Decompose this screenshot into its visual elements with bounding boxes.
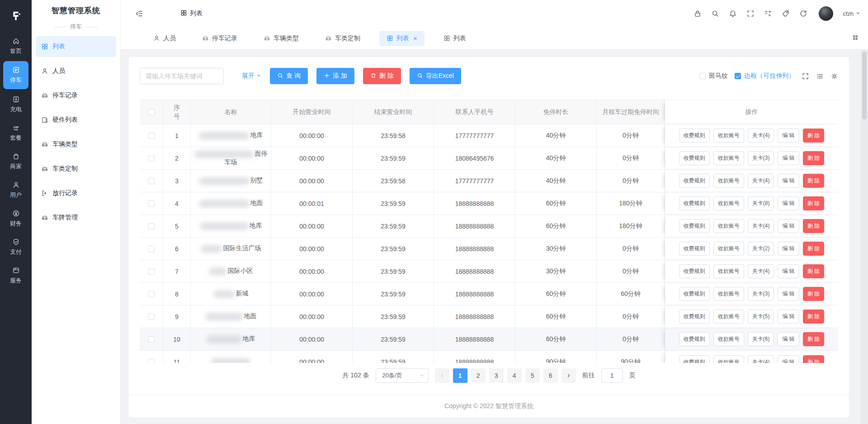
rail-item-财务[interactable]: 财务 (0, 204, 32, 233)
payment-account-button[interactable]: 收款账号 (713, 264, 744, 278)
payment-account-button[interactable]: 收款账号 (713, 242, 744, 256)
row-delete-button[interactable]: 删 除 (803, 151, 824, 165)
payment-account-button[interactable]: 收款账号 (713, 151, 744, 165)
row-delete-button[interactable]: 删 除 (803, 287, 824, 301)
gate-button[interactable]: 关卡(5) (748, 310, 774, 324)
payment-account-button[interactable]: 收款账号 (713, 355, 744, 363)
fee-rule-button[interactable]: 收费规则 (679, 332, 710, 346)
tab-列表-5[interactable]: 列表 (436, 31, 473, 46)
sidebar-item-放行记录[interactable]: 放行记录 (36, 183, 116, 204)
tab-options-icon[interactable] (852, 34, 859, 43)
gate-button[interactable]: 关卡(6) (748, 332, 774, 346)
page-button-4[interactable]: 4 (507, 368, 522, 383)
fee-rule-button[interactable]: 收费规则 (679, 242, 710, 256)
scrollbar-thumb[interactable] (862, 52, 867, 119)
sidebar-item-车类定制[interactable]: 车类定制 (36, 158, 116, 179)
row-delete-button[interactable]: 删 除 (803, 174, 824, 188)
tag-icon[interactable] (782, 10, 790, 18)
sidebar-item-车牌管理[interactable]: 车牌管理 (36, 207, 116, 228)
edit-button[interactable]: 编 辑 (778, 242, 799, 256)
gate-button[interactable]: 关卡(4) (748, 174, 774, 188)
add-button[interactable]: 添 加 (316, 68, 354, 84)
page-button-2[interactable]: 2 (471, 368, 486, 383)
sidebar-item-停车记录[interactable]: 停车记录 (36, 85, 116, 106)
fee-rule-button[interactable]: 收费规则 (679, 355, 710, 363)
row-delete-button[interactable]: 删 除 (803, 310, 824, 324)
sidebar-item-车辆类型[interactable]: 车辆类型 (36, 134, 116, 155)
fee-rule-button[interactable]: 收费规则 (679, 219, 710, 233)
row-checkbox[interactable] (148, 200, 155, 207)
row-checkbox[interactable] (148, 268, 155, 275)
table-fullscreen-icon[interactable] (802, 72, 809, 80)
gear-icon[interactable] (830, 72, 838, 80)
payment-account-button[interactable]: 收款账号 (713, 196, 744, 210)
close-icon[interactable]: × (413, 36, 417, 41)
lock-icon[interactable] (693, 10, 702, 18)
row-checkbox[interactable] (148, 336, 155, 343)
sidebar-item-列表[interactable]: 列表 (36, 36, 116, 57)
row-checkbox[interactable] (148, 314, 155, 320)
gate-button[interactable]: 关卡(4) (748, 219, 774, 233)
edit-button[interactable]: 编 辑 (778, 174, 799, 188)
edit-button[interactable]: 编 辑 (778, 219, 799, 233)
payment-account-button[interactable]: 收款账号 (713, 174, 744, 188)
export-excel-button[interactable]: 导出Excel (410, 68, 461, 84)
fee-rule-button[interactable]: 收费规则 (679, 310, 710, 324)
tab-停车记录-1[interactable]: 停车记录 (195, 31, 245, 46)
scrollbar[interactable] (861, 50, 868, 424)
prev-page-button[interactable] (435, 368, 449, 383)
search-icon[interactable] (711, 10, 719, 18)
sidebar-item-人员[interactable]: 人员 (36, 61, 116, 81)
collapse-sidebar-icon[interactable] (135, 10, 143, 18)
fee-rule-button[interactable]: 收费规则 (679, 174, 710, 188)
zebra-checkbox[interactable]: 斑马纹 (699, 72, 728, 80)
payment-account-button[interactable]: 收款账号 (713, 287, 744, 301)
bell-icon[interactable] (729, 10, 737, 18)
row-checkbox[interactable] (148, 178, 155, 184)
rail-item-用户[interactable]: 用户 (0, 176, 32, 204)
gate-button[interactable]: 关卡(2) (748, 242, 774, 256)
tab-列表-4[interactable]: 列表× (379, 31, 425, 46)
goto-page-input[interactable] (601, 368, 623, 383)
page-button-5[interactable]: 5 (525, 368, 540, 383)
row-checkbox[interactable] (148, 223, 155, 229)
tab-车类定制-3[interactable]: 车类定制 (318, 31, 368, 46)
rail-item-首页[interactable]: 首页 (0, 32, 32, 60)
edit-button[interactable]: 编 辑 (778, 196, 799, 210)
user-menu[interactable]: cfzh (843, 10, 861, 17)
gate-button[interactable]: 关卡(4) (748, 355, 774, 363)
rail-item-套餐[interactable]: VIP套餐 (0, 119, 32, 147)
fee-rule-button[interactable]: 收费规则 (679, 129, 710, 143)
gate-button[interactable]: 关卡(4) (748, 129, 774, 143)
rail-item-充电[interactable]: 充电 (0, 90, 32, 119)
fullscreen-icon[interactable] (746, 10, 755, 18)
fee-rule-button[interactable]: 收费规则 (679, 287, 710, 301)
edit-button[interactable]: 编 辑 (778, 310, 799, 324)
row-checkbox[interactable] (148, 291, 155, 297)
app-logo[interactable] (0, 0, 32, 32)
payment-account-button[interactable]: 收款账号 (713, 129, 744, 143)
row-delete-button[interactable]: 删 除 (803, 129, 824, 143)
rail-item-停车[interactable]: P停车 (0, 60, 32, 90)
border-checkbox[interactable]: 边框（可拉伸列） (735, 72, 795, 80)
refresh-icon[interactable] (799, 10, 807, 18)
gate-button[interactable]: 关卡(3) (748, 287, 774, 301)
row-delete-button[interactable]: 删 除 (803, 332, 824, 346)
tab-人员-0[interactable]: 人员 (146, 31, 183, 46)
tab-车辆类型-2[interactable]: 车辆类型 (256, 31, 306, 46)
page-button-3[interactable]: 3 (489, 368, 504, 383)
row-checkbox[interactable] (148, 246, 155, 252)
edit-button[interactable]: 编 辑 (778, 287, 799, 301)
row-delete-button[interactable]: 删 除 (803, 219, 824, 233)
select-all-checkbox[interactable] (148, 109, 155, 115)
row-delete-button[interactable]: 删 除 (803, 355, 824, 363)
next-page-button[interactable] (561, 368, 576, 383)
row-checkbox[interactable] (148, 359, 155, 363)
edit-button[interactable]: 编 辑 (778, 355, 799, 363)
translate-icon[interactable]: 文A (764, 10, 772, 18)
edit-button[interactable]: 编 辑 (778, 129, 799, 143)
gate-button[interactable]: 关卡(4) (748, 264, 774, 278)
rail-item-服务[interactable]: 服务 (0, 261, 32, 290)
gate-button[interactable]: 关卡(3) (748, 151, 774, 165)
search-input[interactable] (140, 68, 224, 84)
